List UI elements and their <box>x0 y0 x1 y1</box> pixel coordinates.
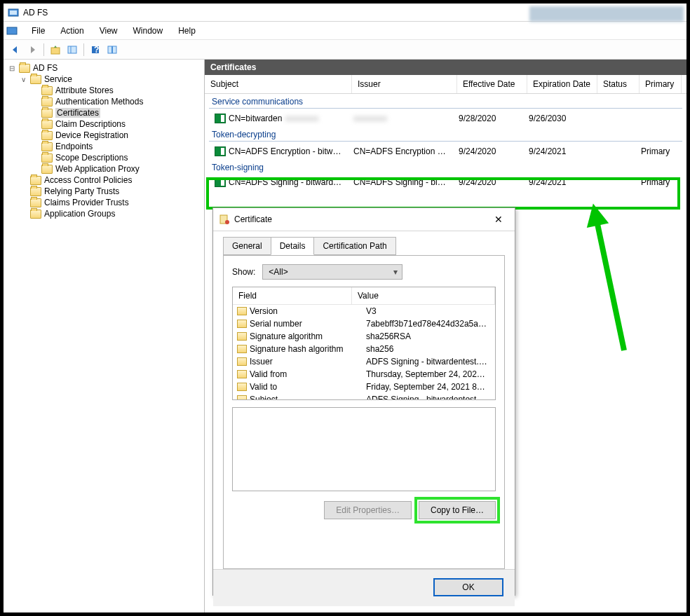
svg-rect-3 <box>51 48 60 54</box>
cert-row[interactable]: CN=bitwardenxxxxxxxx xxxxxxxx 9/28/2020 … <box>205 110 686 127</box>
folder-icon <box>41 153 53 163</box>
window-controls-blur <box>529 6 684 22</box>
help-button[interactable]: ? <box>88 42 103 57</box>
title-bar: AD FS <box>4 4 686 22</box>
tab-panel-details: Show: <All> Field Value VersionV3Serial … <box>223 255 505 569</box>
col-field[interactable]: Field <box>233 287 352 304</box>
field-icon <box>237 383 247 391</box>
field-row[interactable]: Valid toFriday, September 24, 2021 8… <box>233 381 495 393</box>
dialog-title-bar: Certificate ✕ <box>213 208 515 231</box>
dialog-tabs: General Details Certification Path <box>223 237 513 255</box>
tree-claims-provider-trusts[interactable]: Claims Provider Trusts <box>18 197 203 208</box>
tree-claim-descriptions[interactable]: Claim Descriptions <box>29 118 203 130</box>
certificate-dialog: Certificate ✕ General Details Certificat… <box>212 207 515 596</box>
pane-title: Certificates <box>205 60 686 75</box>
field-row[interactable]: Serial number7abebff3b71ed78e424d32a5a… <box>233 317 495 330</box>
tab-details[interactable]: Details <box>271 237 315 255</box>
tree-authentication-methods[interactable]: Authentication Methods <box>29 96 203 107</box>
field-icon <box>237 395 247 399</box>
tree-application-groups[interactable]: Application Groups <box>18 208 203 219</box>
field-row[interactable]: Valid fromThursday, September 24, 202… <box>233 368 495 381</box>
col-subject[interactable]: Subject <box>205 75 352 93</box>
edit-properties-button: Edit Properties… <box>324 501 412 519</box>
field-icon <box>237 307 247 315</box>
tree-attribute-stores[interactable]: Attribute Stores <box>29 85 203 96</box>
group-header-token-signing: Token-signing <box>205 160 686 174</box>
col-effective-date[interactable]: Effective Date <box>457 75 527 93</box>
menu-help[interactable]: Help <box>171 24 203 38</box>
field-icon <box>237 357 247 366</box>
tree-web-app-proxy[interactable]: Web Application Proxy <box>29 163 203 174</box>
tree-device-registration[interactable]: Device Registration <box>29 130 203 141</box>
refresh-button[interactable] <box>104 42 120 57</box>
menu-file[interactable]: File <box>25 24 52 38</box>
expander-icon[interactable]: ⊟ <box>8 64 16 72</box>
field-row[interactable]: Signature algorithmsha256RSA <box>233 330 495 343</box>
tree-pane[interactable]: ⊟ AD FS ∨ Service <box>4 60 205 612</box>
tab-certification-path[interactable]: Certification Path <box>313 237 395 255</box>
certificate-dialog-icon <box>219 214 230 225</box>
field-row[interactable]: VersionV3 <box>233 305 495 317</box>
menu-bar: File Action View Window Help <box>4 22 686 40</box>
field-row[interactable]: IssuerADFS Signing - bitwardentest.… <box>233 355 495 368</box>
cert-row-selected[interactable]: CN=ADFS Signing - bitward… CN=ADFS Signi… <box>205 174 686 191</box>
forward-button[interactable] <box>25 42 40 57</box>
certificate-icon <box>215 114 226 123</box>
field-name: Subject <box>250 394 363 399</box>
field-value: Thursday, September 24, 202… <box>363 369 495 380</box>
tree-access-control-policies[interactable]: Access Control Policies <box>18 174 203 186</box>
folder-icon <box>41 97 53 107</box>
expander-icon[interactable]: ∨ <box>19 76 27 83</box>
field-row[interactable]: Signature hash algorithmsha256 <box>233 343 495 355</box>
tree-endpoints[interactable]: Endpoints <box>29 141 203 152</box>
col-value[interactable]: Value <box>352 287 495 304</box>
field-name: Signature hash algorithm <box>250 343 363 355</box>
field-name: Valid from <box>250 369 363 380</box>
menu-window[interactable]: Window <box>126 24 170 38</box>
col-expiration-date[interactable]: Expiration Date <box>527 75 597 93</box>
toolbar-separator <box>43 43 44 56</box>
cert-row[interactable]: CN=ADFS Encryption - bitw… CN=ADFS Encry… <box>205 143 686 160</box>
tab-general[interactable]: General <box>223 237 271 255</box>
group-header-token-decrypting: Token-decrypting <box>205 127 686 141</box>
field-icon <box>237 345 247 353</box>
field-icon <box>237 332 247 341</box>
field-name: Signature algorithm <box>250 331 363 342</box>
detail-textarea[interactable] <box>232 407 496 491</box>
show-dropdown[interactable]: <All> <box>262 264 402 280</box>
field-name: Issuer <box>250 356 363 367</box>
col-issuer[interactable]: Issuer <box>352 75 457 93</box>
menu-action[interactable]: Action <box>53 24 90 38</box>
column-headers[interactable]: Subject Issuer Effective Date Expiration… <box>205 75 686 94</box>
window-title: AD FS <box>23 8 48 18</box>
tree-certificates[interactable]: Certificates <box>29 107 203 118</box>
tree-root-adfs[interactable]: ⊟ AD FS <box>6 62 203 74</box>
show-label: Show: <box>232 267 255 277</box>
show-hide-tree-button[interactable] <box>65 42 80 57</box>
field-value: 7abebff3b71ed78e424d32a5a… <box>363 318 495 329</box>
folder-icon <box>41 109 53 118</box>
copy-to-file-button[interactable]: Copy to File… <box>419 501 496 519</box>
field-row[interactable]: SubjectADFS Signing - bitwardentest … <box>233 393 495 399</box>
tree-relying-party-trusts[interactable]: Relying Party Trusts <box>18 186 203 197</box>
close-button[interactable]: ✕ <box>488 212 509 226</box>
col-status[interactable]: Status <box>597 75 640 93</box>
mmc-icon <box>6 25 18 36</box>
folder-icon <box>30 75 41 84</box>
folder-icon <box>41 165 53 174</box>
app-icon <box>8 7 19 18</box>
tree-service[interactable]: ∨ Service <box>18 74 203 85</box>
tree-scope-descriptions[interactable]: Scope Descriptions <box>29 152 203 163</box>
ok-button[interactable]: OK <box>433 578 503 596</box>
field-value: sha256 <box>363 343 495 355</box>
up-button[interactable] <box>48 42 63 57</box>
svg-rect-2 <box>7 27 17 34</box>
menu-view[interactable]: View <box>93 24 125 38</box>
field-name: Version <box>250 306 363 317</box>
field-value: ADFS Signing - bitwardentest … <box>363 394 495 399</box>
svg-rect-9 <box>111 46 113 53</box>
field-icon <box>237 320 247 328</box>
col-primary[interactable]: Primary <box>640 75 682 93</box>
back-button[interactable] <box>8 42 23 57</box>
field-value-list[interactable]: Field Value VersionV3Serial number7abebf… <box>232 287 496 400</box>
